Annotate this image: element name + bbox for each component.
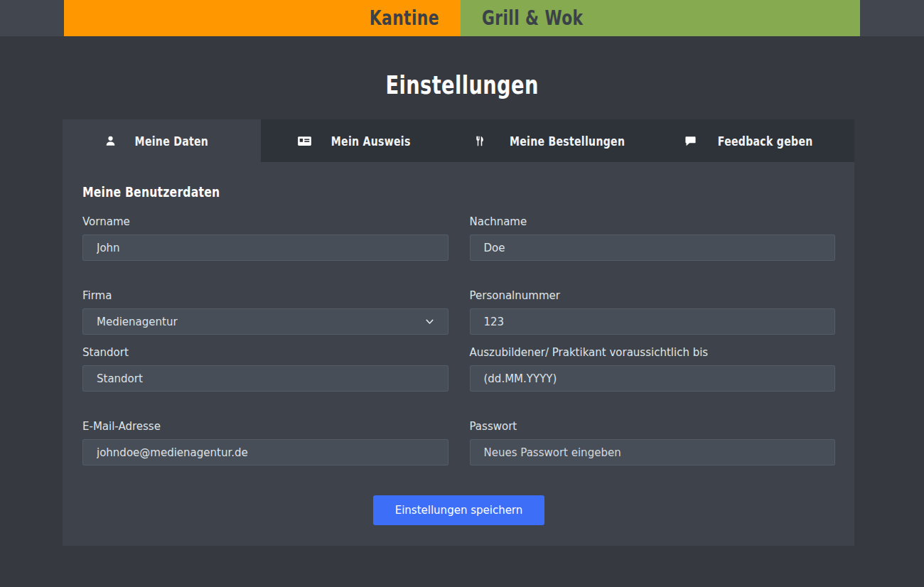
tab-bar: Meine Daten Mein Ausweis Meine Bestellun… [63,119,854,162]
personalnummer-field: Personalnummer [470,289,836,335]
utensils-icon [474,135,485,147]
tab-feedback-geben[interactable]: Feedback geben [657,119,855,162]
nav-kantine-label: Kantine [370,6,439,30]
tab-label: Meine Daten [134,134,208,149]
vorname-input[interactable] [82,235,448,261]
chevron-down-icon [424,316,436,328]
vorname-field: Vorname [82,215,448,261]
email-input[interactable] [82,439,448,465]
comment-icon [684,135,697,147]
standort-input[interactable] [82,365,448,392]
azubi-bis-input[interactable] [470,365,836,392]
nav-item-kantine[interactable]: Kantine [64,0,461,36]
save-settings-button[interactable]: Einstellungen speichern [373,495,545,525]
tab-meine-daten[interactable]: Meine Daten [63,119,261,162]
nav-grill-wok-label: Grill & Wok [482,6,584,30]
firma-label: Firma [82,289,448,302]
passwort-label: Passwort [470,420,836,433]
passwort-input[interactable] [470,439,836,465]
tab-label: Mein Ausweis [331,134,411,149]
nav-item-grill-wok[interactable]: Grill & Wok [461,0,860,36]
nachname-input[interactable] [470,235,836,261]
personalnummer-label: Personalnummer [470,289,836,302]
tab-meine-bestellungen[interactable]: Meine Bestellungen [458,119,657,162]
email-field: E-Mail-Adresse [82,420,448,465]
tab-label: Meine Bestellungen [510,134,625,149]
azubi-bis-label: Auszubildener/ Praktikant voraussichtlic… [470,346,836,359]
nachname-label: Nachname [470,215,836,228]
firma-select[interactable]: Medienagentur [82,308,448,335]
firma-field: Firma Medienagentur [82,289,448,335]
user-icon [104,135,117,147]
personalnummer-input[interactable] [470,308,836,335]
nachname-field: Nachname [470,215,836,261]
azubi-bis-field: Auszubildener/ Praktikant voraussichtlic… [470,346,836,392]
tab-mein-ausweis[interactable]: Mein Ausweis [261,119,459,162]
vorname-label: Vorname [82,215,448,228]
standort-field: Standort [82,346,448,392]
top-nav: Kantine Grill & Wok [0,0,924,39]
page-title: Einstellungen [0,71,924,99]
standort-label: Standort [82,346,448,359]
email-label: E-Mail-Adresse [82,420,448,433]
tab-label: Feedback geben [718,134,813,149]
settings-form: Meine Benutzerdaten Vorname Nachname Fir… [63,162,854,525]
firma-select-value: Medienagentur [97,316,178,328]
id-card-icon [297,135,312,147]
passwort-field: Passwort [470,420,836,465]
section-title: Meine Benutzerdaten [82,183,835,200]
settings-panel: Meine Daten Mein Ausweis Meine Bestellun… [63,119,854,546]
